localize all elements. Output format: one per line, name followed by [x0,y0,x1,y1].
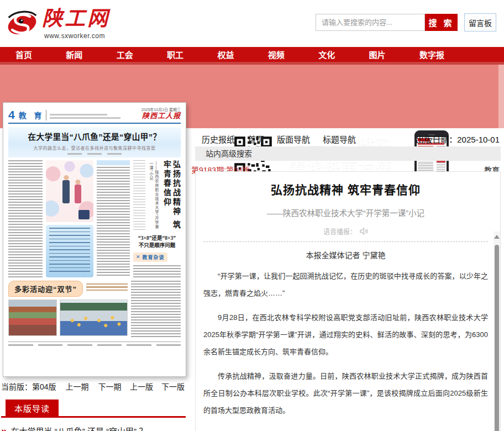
page-root: 陕工网 www.sxworker.com 搜 索 留言板 首页 新闻 工会 职工… [0,0,504,431]
preview-blue-rule [8,123,181,124]
article-title: 弘扬抗战精神 筑牢青春信仰 [203,181,488,197]
section-guide-tab[interactable]: 本版导读 [6,400,59,416]
preview-footer-ads [8,341,181,346]
search-button[interactable]: 搜 索 [425,14,458,31]
nav-item-news[interactable]: 新闻 [66,49,82,60]
preview-right-text [133,160,145,230]
preview-section-bar [97,160,130,165]
nav-item-culture[interactable]: 文化 [318,49,335,60]
article-scrollbar[interactable] [494,232,500,431]
main-nav: 首页 新闻 工会 职工 权益 视频 文化 图片 数字报 [0,47,504,62]
content-column: 历史报纸 首页 版面导航 标题导航 出版日期：2025-10-01 站内高级搜索… [191,128,504,431]
article-paragraph: 传承抗战精神，汲取奋进力量。日前，陕西农林职业技术大学正式揭牌，成为陕西首所全日… [203,367,488,419]
banner-right-stripe [498,65,504,128]
preview-section-name: 教 育 [19,111,45,120]
guide-item-link[interactable]: 在大学里当 “八爪鱼” 还是 “穿山甲” ？ [11,425,148,431]
publish-date: 出版日期：2025-10-01 [416,133,500,145]
preview-bottom-band: 多彩活动迎“双节” [8,281,181,338]
guide-list-item: » 在大学里当 “八爪鱼” 还是 “穿山甲” ？ [1,425,186,431]
photo-feature-note [86,283,128,291]
preview-paper-name: 陕西工人报 [141,112,181,120]
next-page-link[interactable]: 下一版 [161,381,185,392]
link-home[interactable]: 首页 [248,133,264,145]
nav-item-union[interactable]: 工会 [117,49,133,60]
page-controls: 当前版： 第04版 上一期 下一期 上一版 下一版 本版导读 » 在大学里当 “… [1,381,186,431]
photo-feature-title: 多彩活动迎“双节” [8,281,83,297]
preview-right-column: ——陕西农林职业技术大学“开学第一课”小记 弘扬抗战精神 筑牢青春信仰 “3×8… [133,160,181,277]
double-chevron-icon: » [1,427,7,431]
prev-issue-link[interactable]: 上一期 [66,381,89,392]
site-url: www.sxworker.com [44,32,110,40]
preview-right-text-bottom [133,265,181,277]
link-page-nav[interactable]: 版面导航 [277,133,310,145]
banner-top-stripe [0,62,504,65]
preview-mini-headline: “3×8”还是“8×3” 不只是顺序问题 [133,235,181,249]
site-header: 陕工网 www.sxworker.com 搜 索 留言板 [0,0,504,47]
nav-item-workers[interactable]: 职工 [167,49,183,60]
speaker-icon[interactable] [360,228,368,235]
dashed-divider [203,241,488,242]
tts-label: 语音播报： [323,227,356,236]
preview-middle-column [46,160,93,277]
illustration-building [78,210,90,219]
preview-byline-row [9,153,180,155]
illustration-figure-man [62,180,70,203]
preview-illustration [46,160,93,222]
article-paragraph: 9月28日，在西北农林专科学校附设高职党支部活动旧址前，陕西农林职业技术大学20… [203,309,488,360]
preview-page-number: 4 [8,109,15,120]
article-byline: 本报全媒体记者 宁黛艳 [203,249,488,260]
preview-vertical-subtitle: ——陕西农林职业技术大学“开学第一课”小记 [148,160,159,230]
preview-masthead: 4 教 育 2025年10月1日 星期三 陕西工人报 [8,107,181,120]
preview-headline-band: 在大学里当“八爪鱼”还是“穿山甲”？ 大学的路怎么走，受访者在多线并进与聚焦深耕… [8,127,181,157]
tts-row: 语音播报： [203,227,488,236]
logo-text-block: 陕工网 www.sxworker.com [42,6,110,40]
preview-vertical-title-block: ——陕西农林职业技术大学“开学第一课”小记 弘扬抗战精神 筑牢青春信仰 [133,160,181,230]
preview-column-tag: ✕ 教育杂谈 [133,253,167,262]
preview-photo-outdoor [8,299,57,336]
nav-item-home[interactable]: 首页 [15,49,32,60]
current-page-value: 第04版 [32,381,56,392]
nav-item-photos[interactable]: 图片 [369,49,386,60]
link-title-nav[interactable]: 标题导航 [323,133,356,145]
preview-body: ——陕西农林职业技术大学“开学第一课”小记 弘扬抗战精神 筑牢青春信仰 “3×8… [8,160,181,277]
next-issue-link[interactable]: 下一期 [98,381,122,392]
message-board-button[interactable]: 留言板 [464,13,496,31]
preview-text-column-3 [97,160,130,277]
preview-text-column-1 [8,160,43,277]
preview-survey-box [46,225,93,277]
preview-photo-classroom [60,299,128,336]
preview-photo-feature: 多彩活动迎“双节” [8,281,128,338]
preview-headline: 在大学里当“八爪鱼”还是“穿山甲”？ [9,130,180,142]
article-body: “开学第一课，让我们一起回溯抗战记忆，在历史的斑驳中找寻成长的答案，以少年之强志… [203,267,488,431]
nav-item-digital-paper[interactable]: 数字报 [419,49,444,60]
nav-item-rights[interactable]: 权益 [217,49,234,60]
advanced-search-bar[interactable]: 站内高级搜索 [195,146,501,161]
prev-page-link[interactable]: 上一版 [130,381,153,392]
preview-vertical-title: 弘扬抗战精神 筑牢青春信仰 [162,160,181,230]
nav-item-video[interactable]: 视频 [268,49,285,60]
preview-editor-meta [50,114,120,120]
preview-subhead: 大学的路怎么走，受访者在多线并进与聚焦深耕中寻找答案 [9,145,180,151]
article-paragraph: “历史是最好的教科书，也是最好的清醒剂。”陕西农林职业技术大学马克思主义学院党总… [203,426,488,431]
section-guide-header: 本版导读 [1,400,186,418]
scrollbar-thumb[interactable] [495,245,499,431]
current-page-label: 当前版： [1,381,32,392]
search-input[interactable] [316,14,425,31]
preview-masthead-divider [46,110,46,120]
site-title: 陕工网 [42,6,110,32]
preview-bottom-right-text [131,281,181,338]
site-logo[interactable]: 陕工网 www.sxworker.com [6,6,110,40]
preview-date-block: 2025年10月1日 星期三 陕西工人报 [141,107,181,120]
logo-swirl-icon [6,7,39,40]
newspaper-page-preview[interactable]: 4 教 育 2025年10月1日 星期三 陕西工人报 在大学里当“八爪鱼”还是“… [3,102,186,377]
link-history-papers[interactable]: 历史报纸 [202,133,235,145]
illustration-figure-woman [75,185,81,203]
column-tag-icon: ✕ [136,254,140,260]
pager-row: 当前版： 第04版 上一期 下一期 上一版 下一版 [1,381,186,392]
scrollbar-up-arrow-icon[interactable] [494,235,500,239]
paper-toolbar: 历史报纸 首页 版面导航 标题导航 [202,133,356,145]
article-subtitle: ——陕西农林职业技术大学“开学第一课”小记 [203,207,488,218]
article-panel: 弘扬抗战精神 筑牢青春信仰 ——陕西农林职业技术大学“开学第一课”小记 语音播报… [195,171,501,431]
article-paragraph: “开学第一课，让我们一起回溯抗战记忆，在历史的斑驳中找寻成长的答案，以少年之强志… [203,267,488,302]
